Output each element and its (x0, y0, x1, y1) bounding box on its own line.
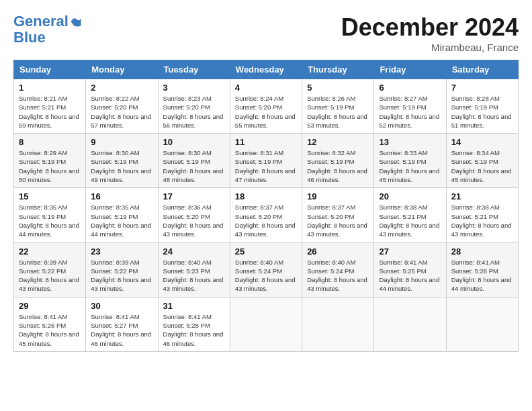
sunrise-label: Sunrise: 8:36 AM (163, 203, 212, 211)
day-cell: 29 Sunrise: 8:41 AM Sunset: 5:26 PM Dayl… (14, 297, 86, 351)
sunset-label: Sunset: 5:19 PM (163, 158, 210, 165)
sunrise-label: Sunrise: 8:28 AM (451, 95, 500, 102)
daylight-label: Daylight: 8 hours and 43 minutes. (451, 222, 512, 238)
sunset-label: Sunset: 5:22 PM (19, 267, 66, 275)
header-tuesday: Tuesday (158, 60, 230, 79)
day-cell: 11 Sunrise: 8:31 AM Sunset: 5:19 PM Dayl… (230, 134, 302, 188)
day-info: Sunrise: 8:26 AM Sunset: 5:19 PM Dayligh… (307, 94, 369, 130)
day-info: Sunrise: 8:37 AM Sunset: 5:20 PM Dayligh… (235, 203, 297, 238)
day-cell: 3 Sunrise: 8:23 AM Sunset: 5:20 PM Dayli… (158, 79, 230, 134)
daylight-label: Daylight: 8 hours and 44 minutes. (19, 222, 79, 238)
daylight-label: Daylight: 8 hours and 55 minutes. (235, 113, 296, 129)
sunset-label: Sunset: 5:19 PM (307, 158, 354, 165)
day-number: 16 (91, 191, 152, 201)
day-number: 29 (19, 301, 81, 311)
logo-icon (70, 15, 82, 28)
day-number: 1 (19, 83, 81, 93)
day-number: 17 (163, 191, 225, 201)
sunset-label: Sunset: 5:20 PM (235, 213, 282, 220)
day-cell: 22 Sunrise: 8:39 AM Sunset: 5:22 PM Dayl… (14, 242, 86, 297)
day-info: Sunrise: 8:34 AM Sunset: 5:19 PM Dayligh… (451, 148, 513, 184)
sunrise-label: Sunrise: 8:35 AM (19, 203, 67, 211)
sunrise-label: Sunrise: 8:26 AM (307, 95, 355, 102)
day-cell: 17 Sunrise: 8:36 AM Sunset: 5:20 PM Dayl… (158, 188, 230, 242)
week-row-2: 8 Sunrise: 8:29 AM Sunset: 5:19 PM Dayli… (14, 134, 519, 188)
day-cell: 24 Sunrise: 8:40 AM Sunset: 5:23 PM Dayl… (158, 242, 230, 297)
day-cell: 28 Sunrise: 8:41 AM Sunset: 5:26 PM Dayl… (446, 242, 518, 297)
sunrise-label: Sunrise: 8:27 AM (379, 95, 427, 102)
day-number: 22 (19, 246, 81, 257)
sunrise-label: Sunrise: 8:32 AM (307, 149, 355, 156)
day-number: 2 (91, 83, 152, 93)
day-cell (230, 297, 302, 351)
day-number: 12 (307, 137, 369, 147)
day-cell: 9 Sunrise: 8:30 AM Sunset: 5:19 PM Dayli… (86, 134, 158, 188)
header-row: Sunday Monday Tuesday Wednesday Thursday… (14, 60, 519, 79)
day-cell: 25 Sunrise: 8:40 AM Sunset: 5:24 PM Dayl… (230, 242, 302, 297)
day-info: Sunrise: 8:38 AM Sunset: 5:21 PM Dayligh… (379, 203, 441, 238)
daylight-label: Daylight: 8 hours and 53 minutes. (307, 113, 367, 129)
sunset-label: Sunset: 5:19 PM (307, 103, 354, 111)
day-cell: 6 Sunrise: 8:27 AM Sunset: 5:19 PM Dayli… (374, 79, 446, 134)
header-wednesday: Wednesday (230, 60, 302, 79)
sunset-label: Sunset: 5:28 PM (163, 322, 210, 329)
sunrise-label: Sunrise: 8:41 AM (91, 313, 139, 320)
daylight-label: Daylight: 8 hours and 52 minutes. (379, 113, 439, 129)
day-number: 30 (91, 301, 152, 311)
sunset-label: Sunset: 5:19 PM (19, 158, 66, 165)
day-info: Sunrise: 8:29 AM Sunset: 5:19 PM Dayligh… (19, 148, 81, 184)
sunset-label: Sunset: 5:19 PM (235, 158, 282, 165)
day-info: Sunrise: 8:36 AM Sunset: 5:20 PM Dayligh… (163, 203, 225, 238)
sunrise-label: Sunrise: 8:41 AM (19, 313, 67, 320)
day-info: Sunrise: 8:39 AM Sunset: 5:22 PM Dayligh… (91, 258, 152, 293)
daylight-label: Daylight: 8 hours and 43 minutes. (307, 222, 367, 238)
calendar-title: December 2024 (341, 13, 519, 42)
sunrise-label: Sunrise: 8:21 AM (19, 95, 67, 102)
day-number: 19 (307, 191, 369, 201)
daylight-label: Daylight: 8 hours and 45 minutes. (379, 167, 439, 183)
day-cell (446, 297, 518, 351)
daylight-label: Daylight: 8 hours and 44 minutes. (91, 222, 151, 238)
daylight-label: Daylight: 8 hours and 43 minutes. (235, 222, 296, 238)
daylight-label: Daylight: 8 hours and 43 minutes. (163, 222, 224, 238)
day-number: 6 (379, 83, 441, 93)
day-cell: 13 Sunrise: 8:33 AM Sunset: 5:19 PM Dayl… (374, 134, 446, 188)
day-number: 26 (307, 246, 369, 257)
daylight-label: Daylight: 8 hours and 45 minutes. (19, 330, 79, 347)
calendar-header: Sunday Monday Tuesday Wednesday Thursday… (14, 60, 519, 79)
day-cell: 31 Sunrise: 8:41 AM Sunset: 5:28 PM Dayl… (158, 297, 230, 351)
daylight-label: Daylight: 8 hours and 44 minutes. (379, 276, 439, 292)
calendar-subtitle: Mirambeau, France (341, 42, 519, 53)
day-number: 3 (163, 83, 225, 93)
sunrise-label: Sunrise: 8:40 AM (235, 259, 283, 266)
day-info: Sunrise: 8:37 AM Sunset: 5:20 PM Dayligh… (307, 203, 369, 238)
daylight-label: Daylight: 8 hours and 45 minutes. (451, 167, 512, 183)
header-monday: Monday (86, 60, 158, 79)
day-cell (374, 297, 446, 351)
sunrise-label: Sunrise: 8:34 AM (451, 149, 500, 156)
sunset-label: Sunset: 5:19 PM (91, 213, 138, 220)
sunrise-label: Sunrise: 8:30 AM (163, 149, 212, 156)
day-info: Sunrise: 8:40 AM Sunset: 5:24 PM Dayligh… (307, 258, 369, 293)
day-cell: 7 Sunrise: 8:28 AM Sunset: 5:19 PM Dayli… (446, 79, 518, 134)
day-number: 20 (379, 191, 441, 201)
day-number: 9 (91, 137, 152, 147)
sunset-label: Sunset: 5:20 PM (91, 103, 138, 111)
daylight-label: Daylight: 8 hours and 43 minutes. (307, 276, 367, 292)
sunrise-label: Sunrise: 8:41 AM (163, 313, 212, 320)
daylight-label: Daylight: 8 hours and 43 minutes. (91, 276, 151, 292)
day-info: Sunrise: 8:38 AM Sunset: 5:21 PM Dayligh… (451, 203, 513, 238)
sunset-label: Sunset: 5:19 PM (379, 103, 426, 111)
sunrise-label: Sunrise: 8:40 AM (307, 259, 355, 266)
day-cell: 4 Sunrise: 8:24 AM Sunset: 5:20 PM Dayli… (230, 79, 302, 134)
day-info: Sunrise: 8:24 AM Sunset: 5:20 PM Dayligh… (235, 94, 297, 130)
sunrise-label: Sunrise: 8:39 AM (91, 259, 139, 266)
day-info: Sunrise: 8:22 AM Sunset: 5:20 PM Dayligh… (91, 94, 152, 130)
day-cell: 21 Sunrise: 8:38 AM Sunset: 5:21 PM Dayl… (446, 188, 518, 242)
day-number: 25 (235, 246, 297, 257)
daylight-label: Daylight: 8 hours and 46 minutes. (91, 330, 151, 347)
sunset-label: Sunset: 5:27 PM (91, 322, 138, 329)
day-cell: 1 Sunrise: 8:21 AM Sunset: 5:21 PM Dayli… (14, 79, 86, 134)
week-row-5: 29 Sunrise: 8:41 AM Sunset: 5:26 PM Dayl… (14, 297, 519, 351)
sunset-label: Sunset: 5:26 PM (451, 267, 498, 275)
